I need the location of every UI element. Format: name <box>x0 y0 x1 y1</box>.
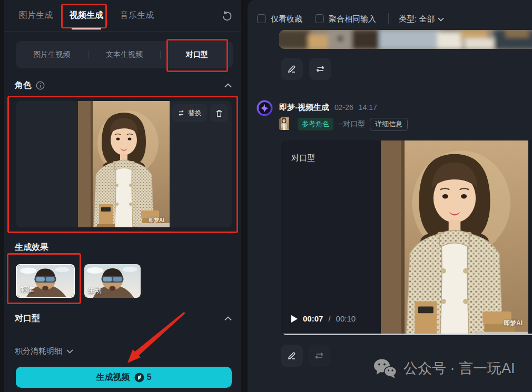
video-progress-bar[interactable] <box>281 334 532 335</box>
wechat-icon <box>373 358 397 379</box>
generate-cost-value: 5 <box>147 373 152 382</box>
credits-detail-label: 积分消耗明细 <box>15 346 62 356</box>
history-panel: 仅看收藏 聚合相同输入 类型: 全部 即梦-视频生成 02-26 14:17 <box>248 0 532 392</box>
jimeng-avatar <box>257 100 273 116</box>
pencil-icon <box>287 351 297 360</box>
generate-video-button[interactable]: 生成视频 5 <box>16 367 232 388</box>
effect-option-vivid[interactable]: 生动 <box>84 264 141 298</box>
subtab-image-to-video[interactable]: 图片生视频 <box>16 50 88 59</box>
reference-thumbnail-image <box>279 117 293 131</box>
favorites-checkbox[interactable] <box>257 14 266 23</box>
record-header: 即梦-视频生成 02-26 14:17 <box>279 103 377 113</box>
character-section-title: 角色 <box>15 80 32 91</box>
reference-thumbnail[interactable] <box>279 117 293 131</box>
swap-icon <box>316 65 325 73</box>
record-mode-text: --对口型 <box>338 119 365 129</box>
pencil-icon <box>287 64 297 74</box>
record-source: 即梦-视频生成 <box>279 103 329 113</box>
delete-character-button[interactable] <box>210 104 228 122</box>
chevron-down-icon <box>66 349 73 354</box>
effect-standard-label: 标准 <box>21 285 34 294</box>
effect-option-standard[interactable]: 标准 <box>16 264 75 298</box>
favorites-checkbox-label[interactable]: 仅看收藏 <box>271 14 302 24</box>
time-separator: / <box>328 314 330 323</box>
video-type-label: 对口型 <box>291 153 315 163</box>
credits-detail-toggle[interactable]: 积分消耗明细 <box>15 346 73 356</box>
replace-button-label: 替换 <box>188 108 202 118</box>
subtab-text-to-video[interactable]: 文本生视频 <box>88 50 161 59</box>
chevron-down-icon <box>438 17 444 22</box>
effect-vivid-label: 生动 <box>88 286 102 295</box>
player-controls: 00:07 / 00:10 <box>291 314 356 323</box>
type-filter-dropdown[interactable]: 类型: 全部 <box>399 14 444 24</box>
tab-music-generation[interactable]: 音乐生成 <box>120 10 154 21</box>
details-button[interactable]: 详细信息 <box>370 118 408 131</box>
generation-sidebar: 图片生成 视频生成 音乐生成 图片生视频 文本生视频 对口型 角色 即梦AI <box>4 0 241 392</box>
swap-icon <box>178 110 185 116</box>
tab-video-generation[interactable]: 视频生成 <box>70 10 103 21</box>
type-filter-label: 类型: 全部 <box>399 14 435 24</box>
previous-result-thumbnail[interactable] <box>279 30 532 49</box>
lipsync-section-header: 对口型 <box>15 313 232 324</box>
image-watermark: 即梦AI <box>149 217 164 224</box>
trash-icon <box>215 109 223 117</box>
character-image <box>78 101 170 227</box>
subtab-lip-sync[interactable]: 对口型 <box>161 50 233 59</box>
previous-result-image <box>279 30 532 49</box>
tab-image-generation[interactable]: 图片生成 <box>19 10 53 21</box>
character-section-header: 角色 <box>15 80 232 91</box>
generate-video-label: 生成视频 <box>96 372 130 383</box>
wechat-watermark-text: 公众号 · 言一玩AI <box>403 359 515 378</box>
record-time: 14:17 <box>359 103 377 112</box>
current-time: 00:07 <box>303 314 323 323</box>
record-date: 02-26 <box>334 103 353 112</box>
swap-icon <box>314 351 324 360</box>
result-video-frame <box>381 140 528 334</box>
energy-icon <box>134 373 144 383</box>
replace-button[interactable]: 替换 <box>172 104 207 122</box>
chevron-up-icon[interactable] <box>224 316 232 321</box>
reference-role-tag[interactable]: 参考角色 <box>298 118 333 130</box>
play-icon[interactable] <box>291 315 298 323</box>
chevron-up-icon[interactable] <box>224 83 232 88</box>
video-watermark: 即梦AI <box>504 319 523 328</box>
character-reference-card[interactable]: 即梦AI 替换 <box>16 101 232 227</box>
effect-section-title: 生成效果 <box>15 242 48 253</box>
regenerate-button[interactable] <box>308 345 330 367</box>
mode-tab-bar: 图片生成 视频生成 音乐生成 <box>4 0 241 32</box>
lipsync-section-title: 对口型 <box>15 313 40 324</box>
aggregate-checkbox-label[interactable]: 聚合相同输入 <box>329 14 376 24</box>
reset-icon[interactable] <box>220 9 234 23</box>
total-duration: 00:10 <box>336 314 356 323</box>
edit-prompt-button[interactable] <box>281 58 303 80</box>
edit-prompt-button[interactable] <box>281 345 303 367</box>
wechat-watermark: 公众号 · 言一玩AI <box>373 358 515 379</box>
effect-section-header: 生成效果 <box>15 242 232 253</box>
record-meta-row: 参考角色 --对口型 详细信息 <box>279 117 408 131</box>
aggregate-checkbox[interactable] <box>315 14 324 23</box>
regenerate-button[interactable] <box>309 58 331 80</box>
result-video-card[interactable]: 对口型 即梦AI 00:07 / 00:10 <box>281 140 532 335</box>
info-icon[interactable] <box>36 81 45 90</box>
video-subtab-bar: 图片生视频 文本生视频 对口型 <box>16 41 233 68</box>
